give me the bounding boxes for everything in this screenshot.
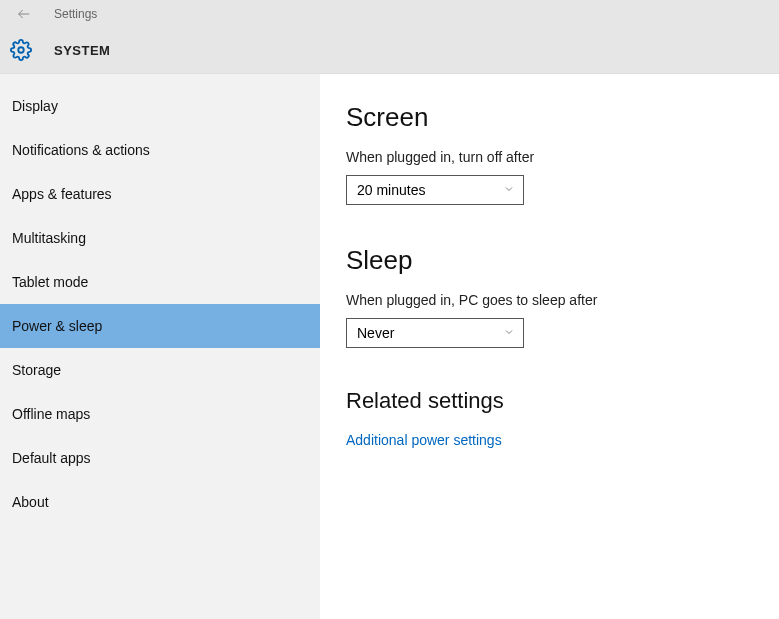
sidebar-item-tablet-mode[interactable]: Tablet mode <box>0 260 320 304</box>
svg-point-1 <box>18 47 24 53</box>
sidebar-item-label: About <box>12 494 49 510</box>
window-header: Settings SYSTEM <box>0 0 779 74</box>
sidebar-item-power-sleep[interactable]: Power & sleep <box>0 304 320 348</box>
sidebar-item-display[interactable]: Display <box>0 84 320 128</box>
back-arrow-icon <box>16 6 32 22</box>
sidebar-item-multitasking[interactable]: Multitasking <box>0 216 320 260</box>
sleep-after-select[interactable]: Never <box>346 318 524 348</box>
sidebar-item-storage[interactable]: Storage <box>0 348 320 392</box>
body-area: Display Notifications & actions Apps & f… <box>0 74 779 619</box>
gear-icon <box>10 39 32 61</box>
sidebar-item-apps[interactable]: Apps & features <box>0 172 320 216</box>
screen-turnoff-select[interactable]: 20 minutes <box>346 175 524 205</box>
sidebar-item-default-apps[interactable]: Default apps <box>0 436 320 480</box>
sidebar-item-label: Storage <box>12 362 61 378</box>
sidebar-item-label: Default apps <box>12 450 91 466</box>
sidebar-item-label: Power & sleep <box>12 318 102 334</box>
sleep-after-label: When plugged in, PC goes to sleep after <box>346 292 753 308</box>
sidebar-item-label: Offline maps <box>12 406 90 422</box>
breadcrumb-row: Settings <box>0 0 779 28</box>
section-heading-sleep: Sleep <box>346 245 753 276</box>
page-title: SYSTEM <box>54 43 110 58</box>
additional-power-settings-link[interactable]: Additional power settings <box>346 432 753 448</box>
section-heading-related: Related settings <box>346 388 753 414</box>
sidebar-item-label: Notifications & actions <box>12 142 150 158</box>
sidebar: Display Notifications & actions Apps & f… <box>0 74 320 619</box>
chevron-down-icon <box>503 325 515 341</box>
sidebar-item-notifications[interactable]: Notifications & actions <box>0 128 320 172</box>
section-heading-screen: Screen <box>346 102 753 133</box>
sidebar-item-label: Apps & features <box>12 186 112 202</box>
back-button[interactable] <box>12 2 36 26</box>
sidebar-item-label: Tablet mode <box>12 274 88 290</box>
sidebar-item-label: Display <box>12 98 58 114</box>
screen-turnoff-label: When plugged in, turn off after <box>346 149 753 165</box>
sidebar-item-about[interactable]: About <box>0 480 320 524</box>
sidebar-item-offline-maps[interactable]: Offline maps <box>0 392 320 436</box>
sidebar-item-label: Multitasking <box>12 230 86 246</box>
select-value: Never <box>357 325 394 341</box>
breadcrumb[interactable]: Settings <box>54 7 97 21</box>
select-value: 20 minutes <box>357 182 425 198</box>
content-pane: Screen When plugged in, turn off after 2… <box>320 74 779 619</box>
title-row: SYSTEM <box>0 28 779 72</box>
chevron-down-icon <box>503 182 515 198</box>
